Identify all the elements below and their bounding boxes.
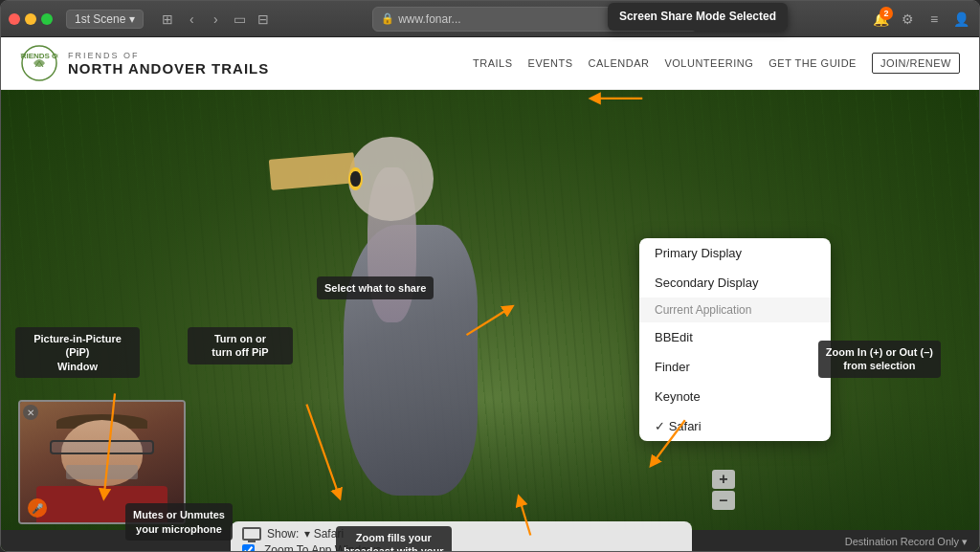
annotation-pip-toggle: Turn on orturn off PiP xyxy=(188,327,293,364)
dropdown-bbedit[interactable]: BBEdit xyxy=(639,322,831,352)
share-bar-zoom-row: Zoom To App Windows xyxy=(242,543,680,552)
zoom-in-button[interactable]: + xyxy=(712,470,735,489)
site-header: FRIENDS OF FRIENDS OF NORTH ANDOVER TRAI… xyxy=(1,37,979,90)
forward-button[interactable]: › xyxy=(205,9,226,30)
annotation-select-share: Select what to share xyxy=(317,276,434,299)
notification-icon[interactable]: 🔔 2 xyxy=(870,9,891,30)
annotation-pip-window-label: Picture-in-Picture (PiP)Window xyxy=(15,327,140,378)
site-nav: TRAILS EVENTS CALENDAR VOLUNTEERING GET … xyxy=(473,53,960,74)
dropdown-finder[interactable]: Finder xyxy=(639,352,831,382)
dropdown-safari[interactable]: Safari xyxy=(639,411,831,441)
share-bar: Show: ▾ Safari Zoom To App Windows xyxy=(231,521,692,552)
close-button[interactable] xyxy=(9,13,20,25)
svg-text:FRIENDS OF: FRIENDS OF xyxy=(20,52,58,60)
nav-events[interactable]: EVENTS xyxy=(528,57,573,69)
nav-get-the-guide[interactable]: GET THE GUIDE xyxy=(768,57,857,69)
annotation-zoom-controls: Zoom In (+) or Out (–)from selection xyxy=(818,341,941,378)
hero-background: Primary Display Secondary Display Curren… xyxy=(1,90,979,552)
lock-icon: 🔒 xyxy=(381,12,394,25)
annotation-zoom-fills: Zoom fills yourbroadcast with yourselect… xyxy=(336,526,452,552)
main-window: 1st Scene ▾ ⊞ ‹ › ▭ ⊟ 🔒 www.fonar... 🖥 📡 xyxy=(0,0,980,552)
show-label: Show: xyxy=(267,527,299,541)
share-dropdown: Primary Display Secondary Display Curren… xyxy=(639,238,831,441)
logo-icon: FRIENDS OF xyxy=(20,44,58,82)
titlebar: 1st Scene ▾ ⊞ ‹ › ▭ ⊟ 🔒 www.fonar... 🖥 📡 xyxy=(1,1,979,37)
scene-selector[interactable]: 1st Scene ▾ xyxy=(66,10,144,29)
logo-friends: FRIENDS OF xyxy=(68,51,269,60)
grid-button[interactable]: ⊟ xyxy=(253,9,274,30)
annotation-zoom-fills-label: Zoom fills yourbroadcast with yourselect… xyxy=(336,526,452,552)
settings-icon[interactable]: ⚙ xyxy=(897,9,918,30)
annotation-pip-toggle-label: Turn on orturn off PiP xyxy=(188,327,293,364)
dropdown-secondary-display[interactable]: Secondary Display xyxy=(639,268,831,298)
dropdown-keynote[interactable]: Keynote xyxy=(639,382,831,411)
pip-close-button[interactable]: ✕ xyxy=(23,405,38,420)
microphone-icon: 🎤 xyxy=(28,498,47,518)
dropdown-primary-display[interactable]: Primary Display xyxy=(639,238,831,268)
dropdown-current-app-header: Current Application xyxy=(639,298,831,322)
nav-trails[interactable]: TRAILS xyxy=(473,57,513,69)
screen-icon xyxy=(242,527,261,541)
nav-volunteering[interactable]: VOLUNTEERING xyxy=(664,57,753,69)
logo-name: NORTH ANDOVER TRAILS xyxy=(68,60,269,77)
titlebar-right: 🔔 2 ⚙ ≡ 👤 xyxy=(857,9,971,30)
annotation-select-share-label: Select what to share xyxy=(317,276,434,299)
site-logo: FRIENDS OF FRIENDS OF NORTH ANDOVER TRAI… xyxy=(20,44,269,82)
nav-calendar[interactable]: CALENDAR xyxy=(589,57,650,69)
annotation-pip-window: Picture-in-Picture (PiP)Window xyxy=(15,327,140,378)
annotation-zoom-controls-label: Zoom In (+) or Out (–)from selection xyxy=(818,341,941,378)
minimize-button[interactable] xyxy=(25,13,36,25)
zoom-to-app-checkbox[interactable] xyxy=(242,544,255,553)
annotation-mute-mic-label: Mutes or Unmutesyour microphone xyxy=(125,503,233,541)
nav-buttons: ⊞ ‹ › ▭ ⊟ xyxy=(157,9,274,30)
browser-content: FRIENDS OF FRIENDS OF NORTH ANDOVER TRAI… xyxy=(1,37,979,552)
share-bar-show-row: Show: ▾ Safari xyxy=(242,527,680,541)
hero-area: Primary Display Secondary Display Curren… xyxy=(1,90,979,552)
screen-share-tooltip: Screen Share Mode Selected xyxy=(608,3,788,31)
nav-join-renew[interactable]: JOIN/RENEW xyxy=(872,53,960,74)
nav-grid-button[interactable]: ⊞ xyxy=(157,9,178,30)
tab-view-button[interactable]: ▭ xyxy=(229,9,250,30)
heron xyxy=(295,167,540,552)
status-text[interactable]: Destination Record Only ▾ xyxy=(845,536,968,548)
menu-icon[interactable]: ≡ xyxy=(924,9,945,30)
url-text: www.fonar... xyxy=(398,12,460,26)
profile-icon[interactable]: 👤 xyxy=(950,9,971,30)
titlebar-left: 1st Scene ▾ ⊞ ‹ › ▭ ⊟ xyxy=(9,9,274,30)
annotation-mute-mic: Mutes or Unmutesyour microphone xyxy=(125,503,233,541)
maximize-button[interactable] xyxy=(41,13,53,25)
traffic-lights xyxy=(9,13,53,25)
logo-text: FRIENDS OF NORTH ANDOVER TRAILS xyxy=(68,51,269,77)
notification-badge: 2 xyxy=(880,7,893,20)
pip-glasses xyxy=(50,440,154,454)
zoom-out-button[interactable]: – xyxy=(712,491,735,510)
zoom-controls: + – xyxy=(712,470,735,510)
back-button[interactable]: ‹ xyxy=(181,9,202,30)
